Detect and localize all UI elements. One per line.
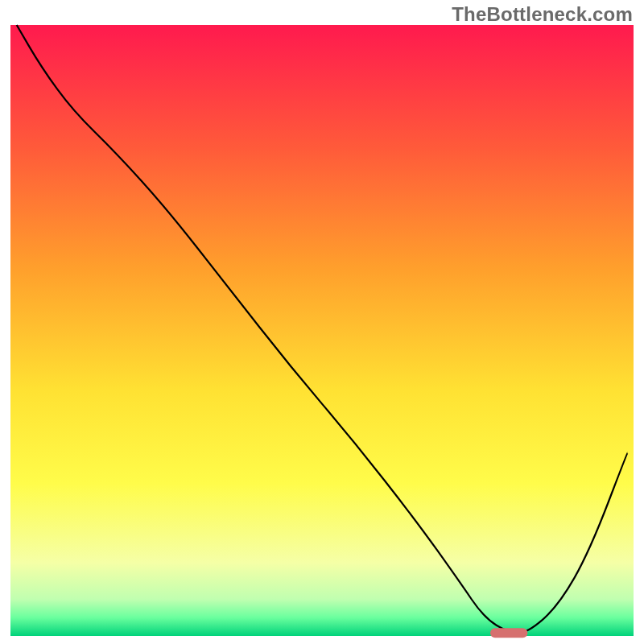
bottleneck-chart: TheBottleneck.com xyxy=(0,0,644,644)
optimal-marker xyxy=(490,628,527,638)
plot-svg xyxy=(0,0,644,644)
gradient-background xyxy=(10,25,634,636)
